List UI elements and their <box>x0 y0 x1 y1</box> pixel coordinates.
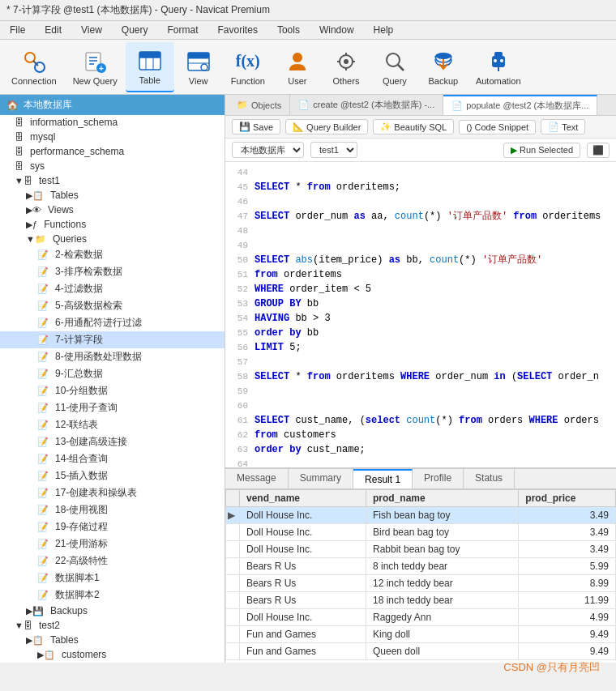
db-selector-2[interactable]: test1 <box>310 142 357 158</box>
code-snippet-button[interactable]: () Code Snippet <box>459 120 536 134</box>
sidebar-item-17-创建表和操纵表[interactable]: 📝17-创建表和操纵表 <box>0 484 225 501</box>
sidebar-item-14-组合查询[interactable]: 📝14-组合查询 <box>0 450 225 467</box>
sidebar-item-customers[interactable]: ▶📋customers <box>0 647 225 662</box>
sidebar-item-5-高级数据检索[interactable]: 📝5-高级数据检索 <box>0 297 225 314</box>
sidebar-item-18-使用视图[interactable]: 📝18-使用视图 <box>0 501 225 518</box>
sidebar-item-performance_schema[interactable]: 🗄performance_schema <box>0 144 225 159</box>
sidebar-item-Views[interactable]: ▶👁Views <box>0 203 225 217</box>
sidebar-item-test1[interactable]: ▼🗄test1 <box>0 173 225 188</box>
sidebar-item-22-高级特性[interactable]: 📝22-高级特性 <box>0 552 225 569</box>
sidebar-item-Backups[interactable]: ▶💾Backups <box>0 604 225 618</box>
toolbar-btn-others[interactable]: Others <box>322 42 370 92</box>
line-number: 48 <box>225 224 255 238</box>
menu-item-favorites[interactable]: Favorites <box>215 23 261 37</box>
bottom-tab-summary[interactable]: Summary <box>289 469 353 488</box>
menu-item-help[interactable]: Help <box>370 23 397 37</box>
toolbar-btn-function[interactable]: f(x)Function <box>223 42 273 92</box>
sidebar-item-12-联结表[interactable]: 📝12-联结表 <box>0 416 225 433</box>
sidebar-item-4-过滤数据[interactable]: 📝4-过滤数据 <box>0 280 225 297</box>
menu-item-window[interactable]: Window <box>316 23 357 37</box>
line-number: 56 <box>225 340 255 355</box>
sidebar-item-information_schema[interactable]: 🗄information_schema <box>0 115 225 130</box>
bottom-tab-message[interactable]: Message <box>225 469 289 488</box>
tab-populate-@test2-(本地数[interactable]: 📄populate @test2 (本地数据库... <box>443 95 597 115</box>
table-row[interactable]: Bears R Us18 inch teddy bear11.99 <box>226 592 616 609</box>
sidebar-item-test2[interactable]: ▼🗄test2 <box>0 618 225 633</box>
code-line-61: 61SELECT cust_name, (select count(*) fro… <box>225 413 616 428</box>
tree-label: 9-汇总数据 <box>55 367 103 381</box>
query-builder-button[interactable]: 📐 Query Builder <box>285 119 368 134</box>
toolbar-btn-new-query[interactable]: +New Query <box>65 42 126 92</box>
sidebar-item-3-排序检索数据[interactable]: 📝3-排序检索数据 <box>0 263 225 280</box>
svg-rect-17 <box>188 53 209 58</box>
tree-label: 22-高级特性 <box>55 554 108 568</box>
main-toolbar: Connection+New QueryTableViewf(x)Functio… <box>0 40 616 95</box>
toolbar-btn-table[interactable]: Table <box>126 42 174 92</box>
code-editor[interactable]: 4445SELECT * from orderitems;4647SELECT … <box>225 162 616 468</box>
bottom-tab-status[interactable]: Status <box>464 469 515 488</box>
result-table-wrap[interactable]: vend_nameprod_nameprod_price ▶Doll House… <box>225 489 616 663</box>
table-row[interactable]: Doll House Inc.Bird bean bag toy3.49 <box>226 524 616 541</box>
menu-item-format[interactable]: Format <box>165 23 202 37</box>
sidebar-item-8-使用函数处理数据[interactable]: 📝8-使用函数处理数据 <box>0 348 225 365</box>
run-all-button[interactable]: ⬛ <box>587 143 610 158</box>
tree-icon: 📝 <box>37 590 49 600</box>
sidebar-item-21-使用游标[interactable]: 📝21-使用游标 <box>0 535 225 552</box>
sidebar-item-Tables[interactable]: ▶📋Tables <box>0 188 225 203</box>
beautify-sql-button[interactable]: ✨ Beautify SQL <box>373 119 454 134</box>
sidebar-item-6-用通配符进行过滤[interactable]: 📝6-用通配符进行过滤 <box>0 314 225 331</box>
sidebar-item-10-分组数据[interactable]: 📝10-分组数据 <box>0 382 225 399</box>
sidebar-item-数据脚本2[interactable]: 📝数据脚本2 <box>0 586 225 604</box>
table-row[interactable]: Bears R Us12 inch teddy bear8.99 <box>226 575 616 592</box>
bottom-tab-profile[interactable]: Profile <box>413 469 464 488</box>
run-selected-button[interactable]: ▶ Run Selected <box>503 143 580 158</box>
cell-prod_name: Raggedy Ann <box>366 609 519 626</box>
tree-label: 13-创建高级连接 <box>55 435 127 449</box>
sidebar-item-Queries[interactable]: ▼📁Queries <box>0 232 225 246</box>
menu-item-tools[interactable]: Tools <box>274 23 303 37</box>
menu-item-file[interactable]: File <box>6 23 28 37</box>
sidebar-item-sys[interactable]: 🗄sys <box>0 159 225 173</box>
tree-icon: 📝 <box>37 335 49 345</box>
text-button[interactable]: 📄 Text <box>541 119 585 134</box>
sidebar-item-13-创建高级连接[interactable]: 📝13-创建高级连接 <box>0 433 225 450</box>
sidebar-item-mysql[interactable]: 🗄mysql <box>0 130 225 144</box>
toolbar-btn-user[interactable]: User <box>273 42 322 92</box>
table-row[interactable]: Doll House Inc.Rabbit bean bag toy3.49 <box>226 541 616 558</box>
toolbar-btn-view[interactable]: View <box>174 42 223 92</box>
db-selector-1[interactable]: 本地数据库 <box>232 142 304 158</box>
sidebar-item-9-汇总数据[interactable]: 📝9-汇总数据 <box>0 365 225 382</box>
table-row[interactable]: Doll House Inc.Raggedy Ann4.99 <box>226 609 616 626</box>
sidebar-item-2-检索数据[interactable]: 📝2-检索数据 <box>0 246 225 263</box>
tab-create-@test2-(本地数据库[interactable]: 📄create @test2 (本地数据库) -... <box>290 95 443 115</box>
col-header-prod_price: prod_price <box>519 490 616 507</box>
table-row[interactable]: ▶Doll House Inc.Fish bean bag toy3.49 <box>226 507 616 524</box>
tab-objects[interactable]: 📁Objects <box>229 95 290 115</box>
sidebar-item-19-存储过程[interactable]: 📝19-存储过程 <box>0 518 225 535</box>
toolbar-btn-backup[interactable]: Backup <box>419 42 468 92</box>
table-row[interactable]: Fun and GamesKing doll9.49 <box>226 626 616 643</box>
sidebar-item-数据脚本1[interactable]: 📝数据脚本1 <box>0 569 225 586</box>
sidebar-item-Tables[interactable]: ▶📋Tables <box>0 633 225 647</box>
toolbar-btn-query[interactable]: Query <box>370 42 419 92</box>
sidebar-item-11-使用子查询[interactable]: 📝11-使用子查询 <box>0 399 225 416</box>
toolbar-btn-connection[interactable]: Connection <box>3 42 65 92</box>
table-row[interactable]: Bears R Us8 inch teddy bear5.99 <box>226 558 616 575</box>
toolbar-btn-automation[interactable]: Automation <box>468 42 529 92</box>
line-content: from orderitems <box>255 267 616 282</box>
sidebar-item-7-计算字段[interactable]: 📝7-计算字段 <box>0 331 225 348</box>
bottom-tab-result-1[interactable]: Result 1 <box>353 469 413 488</box>
line-number: 55 <box>225 326 255 340</box>
tree-icon: 📝 <box>37 284 49 294</box>
save-button[interactable]: 💾 Save <box>232 119 280 134</box>
sidebar-item-Functions[interactable]: ▶ƒFunctions <box>0 217 225 232</box>
cell-prod_name: King doll <box>366 626 519 643</box>
sidebar-item-15-插入数据[interactable]: 📝15-插入数据 <box>0 467 225 484</box>
menu-item-query[interactable]: Query <box>118 23 152 37</box>
menu-item-view[interactable]: View <box>78 23 105 37</box>
tree-icon: 📝 <box>37 420 49 430</box>
sidebar-item-orderitems[interactable]: ▶📋orderitems <box>0 662 225 663</box>
table-row[interactable]: Fun and GamesQueen doll9.49 <box>226 643 616 660</box>
code-line-55: 55order by bb <box>225 326 616 340</box>
menu-item-edit[interactable]: Edit <box>41 23 65 37</box>
